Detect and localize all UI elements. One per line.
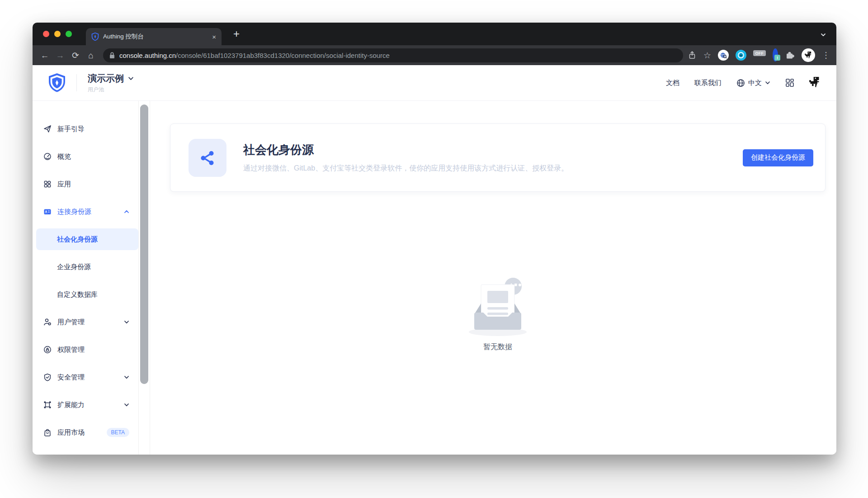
shield-check-icon	[43, 373, 52, 381]
sidebar-item-label: 自定义数据库	[57, 290, 98, 299]
chevron-up-icon	[124, 209, 129, 214]
sidebar-item[interactable]: 同步中心BETA	[36, 449, 138, 455]
toolbar-right-icons: ☆ OFF !	[688, 48, 832, 62]
tab-title: Authing 控制台	[103, 33, 208, 41]
share-icon-tile	[189, 139, 226, 177]
chevron-down-icon	[128, 76, 134, 81]
lock-icon	[109, 52, 115, 59]
sidebar-item[interactable]: 连接身份源	[36, 201, 138, 223]
sidebar-item-label: 概览	[57, 152, 71, 161]
empty-text: 暂无数据	[483, 342, 512, 352]
empty-state: 暂无数据	[170, 275, 826, 352]
create-social-identity-button[interactable]: 创建社会化身份源	[743, 149, 813, 166]
scrollbar-thumb[interactable]	[140, 104, 148, 384]
user-gear-icon	[43, 318, 52, 326]
lock-circle-icon	[43, 346, 52, 354]
main-content: 社会化身份源 通过对接微信、GitLab、支付宝等社交类登录软件，使你的应用支持…	[150, 101, 836, 455]
tab-search-chevron-icon[interactable]	[820, 31, 826, 39]
sidebar: 新手引导概览应用连接身份源社会化身份源企业身份源自定义数据库用户管理权限管理安全…	[33, 101, 138, 455]
beta-badge: BETA	[107, 428, 129, 437]
page-description: 通过对接微信、GitLab、支付宝等社交类登录软件，使你的应用支持使用该方式进行…	[243, 164, 568, 173]
sidebar-item[interactable]: 扩展能力	[36, 394, 138, 416]
sidebar-item-label: 权限管理	[57, 346, 85, 354]
id-card-icon	[43, 208, 52, 216]
address-bar[interactable]: console.authing.cn/console/61baf1023791a…	[103, 48, 683, 62]
browser-window: Authing 控制台 × + ← → ⟳ ⌂ console.authing.…	[33, 23, 836, 455]
sidebar-item-label: 应用市场	[57, 428, 85, 437]
browser-menu-icon[interactable]: ⋮	[822, 50, 830, 60]
paper-plane-icon	[43, 125, 52, 133]
chevron-down-icon	[765, 80, 770, 85]
sidebar-item-label: 企业身份源	[57, 263, 91, 271]
tab-close-icon[interactable]: ×	[212, 33, 216, 40]
extension-download-icon[interactable]	[736, 50, 746, 61]
new-tab-button[interactable]: +	[233, 28, 240, 39]
profile-avatar[interactable]	[802, 48, 815, 62]
off-badge: OFF	[753, 50, 766, 56]
back-button[interactable]: ←	[37, 51, 52, 60]
app-header: 演示示例 用户池 文档 联系我们 中文	[33, 65, 836, 101]
sidebar-item-label: 应用	[57, 180, 71, 189]
sidebar-item[interactable]: 应用	[36, 173, 138, 195]
shop-bag-icon	[43, 428, 52, 436]
authing-logo[interactable]	[47, 72, 66, 93]
sidebar-item[interactable]: 自定义数据库	[36, 284, 138, 305]
minimize-window-button[interactable]	[54, 31, 61, 37]
dashboard-icon	[43, 152, 52, 161]
sidebar-item[interactable]: 应用市场BETA	[36, 422, 138, 443]
extensions-puzzle-icon[interactable]	[785, 50, 795, 60]
workspace-switcher[interactable]: 演示示例 用户池	[88, 72, 134, 94]
share-icon	[199, 150, 216, 166]
contact-link[interactable]: 联系我们	[694, 79, 722, 87]
share-icon[interactable]	[688, 51, 697, 60]
empty-illustration	[466, 275, 529, 338]
traffic-lights	[43, 31, 72, 37]
browser-titlebar: Authing 控制台 × +	[33, 23, 836, 45]
sidebar-item[interactable]: 概览	[36, 146, 138, 167]
apps-grid-icon[interactable]	[785, 78, 794, 87]
docs-link[interactable]: 文档	[666, 79, 679, 87]
language-selector[interactable]: 中文	[736, 79, 770, 87]
sidebar-item[interactable]: 安全管理	[36, 366, 138, 388]
browser-tab[interactable]: Authing 控制台 ×	[86, 28, 222, 45]
card-text: 社会化身份源 通过对接微信、GitLab、支付宝等社交类登录软件，使你的应用支持…	[243, 142, 568, 173]
sidebar-item[interactable]: 企业身份源	[36, 256, 138, 278]
sidebar-item[interactable]: 社会化身份源	[36, 228, 138, 250]
apps-icon	[43, 180, 52, 188]
extension-off-icon[interactable]: OFF	[753, 50, 766, 61]
reload-button[interactable]: ⟳	[68, 51, 83, 60]
zoom-window-button[interactable]	[66, 31, 72, 37]
url-text: console.authing.cn/console/61baf1023791a…	[119, 52, 390, 59]
chevron-down-icon	[124, 375, 129, 380]
tab-favicon-shield-icon	[91, 33, 99, 41]
globe-icon	[736, 79, 745, 87]
extension-ring-icon[interactable]: !	[773, 51, 778, 59]
dino-avatar-icon[interactable]	[809, 77, 820, 89]
page-intro-card: 社会化身份源 通过对接微信、GitLab、支付宝等社交类登录软件，使你的应用支持…	[170, 123, 826, 192]
extension-search-globe-icon[interactable]	[718, 50, 729, 61]
chevron-down-icon	[124, 319, 129, 325]
expand-icon	[43, 401, 52, 409]
page: 演示示例 用户池 文档 联系我们 中文	[33, 65, 836, 455]
sidebar-item[interactable]: 用户管理	[36, 311, 138, 333]
home-button[interactable]: ⌂	[83, 51, 99, 60]
sidebar-scrollbar	[138, 101, 150, 455]
alert-badge: !	[774, 55, 780, 61]
sidebar-item-label: 连接身份源	[57, 208, 91, 216]
sidebar-item-label: 扩展能力	[57, 401, 85, 409]
workspace-name: 演示示例	[88, 72, 124, 85]
language-label: 中文	[748, 79, 762, 87]
bookmark-star-icon[interactable]: ☆	[703, 50, 711, 61]
chevron-down-icon	[124, 402, 129, 408]
sidebar-item[interactable]: 新手引导	[36, 118, 138, 140]
sidebar-item-label: 用户管理	[57, 318, 85, 327]
page-title: 社会化身份源	[243, 142, 568, 158]
workspace-subtitle: 用户池	[88, 86, 134, 94]
header-divider	[76, 74, 77, 91]
sidebar-item[interactable]: 权限管理	[36, 339, 138, 360]
forward-button[interactable]: →	[52, 51, 68, 60]
close-window-button[interactable]	[43, 31, 49, 37]
sidebar-item-label: 社会化身份源	[57, 235, 98, 244]
url-path: /console/61baf1023791ab3f83cd1320/connec…	[176, 52, 390, 59]
sidebar-item-label: 安全管理	[57, 373, 85, 382]
